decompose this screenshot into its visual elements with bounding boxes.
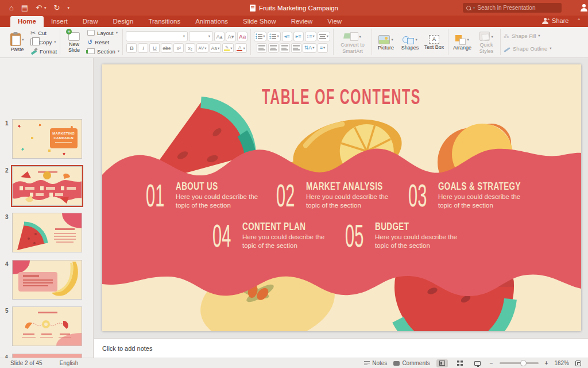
slide-sorter-view-button[interactable]	[454, 359, 466, 367]
slide-thumbnail-6[interactable]	[12, 354, 82, 358]
toc-desc: Here you could describe the topic of the…	[306, 193, 393, 210]
toc-number: 02	[276, 181, 289, 214]
collapse-ribbon-icon[interactable]: ⌃	[577, 18, 581, 24]
share-button[interactable]: + Share	[542, 17, 568, 24]
picture-button[interactable]: ▾ Picture	[375, 33, 397, 51]
layout-button[interactable]: Layout▾	[87, 29, 119, 37]
tab-insert[interactable]: Insert	[44, 16, 75, 27]
line-spacing-button[interactable]: ↕≡▾	[305, 32, 316, 41]
normal-view-icon	[439, 361, 445, 366]
shrink-font-button[interactable]: A▾	[226, 32, 236, 41]
quick-styles-icon	[479, 32, 490, 41]
convert-smartart-button[interactable]: ▾ Convert to SmartArt	[336, 30, 369, 54]
normal-view-button[interactable]	[436, 359, 448, 367]
font-size-combo[interactable]: ▾	[189, 31, 213, 41]
slide-title-textbox[interactable]: TABLE OF CONTENTS	[102, 87, 581, 107]
tab-animations[interactable]: Animations	[188, 16, 235, 27]
slide-counter: Slide 2 of 45	[10, 360, 42, 366]
justify-button[interactable]	[291, 43, 301, 53]
share-person-icon: +	[542, 18, 550, 24]
toc-item-2[interactable]: 02 MARKET ANALYSIS Here you could descri…	[276, 181, 397, 210]
tab-transitions[interactable]: Transitions	[141, 16, 188, 27]
clear-formatting-button[interactable]: Aa	[237, 32, 247, 41]
shapes-button[interactable]: ▾ Shapes	[399, 33, 421, 51]
tab-design[interactable]: Design	[106, 16, 141, 27]
slide-thumbnail-4[interactable]	[12, 260, 82, 300]
subscript-button[interactable]: x₂	[185, 43, 195, 53]
slide-thumbnail-5[interactable]	[12, 306, 82, 346]
decrease-indent-button[interactable]: ◂≡	[282, 32, 292, 41]
comments-toggle-button[interactable]: Comments	[393, 360, 430, 366]
toc-title: CONTENT PLAN	[242, 221, 305, 232]
fit-to-window-icon[interactable]	[575, 361, 581, 366]
character-spacing-button[interactable]: AV▾	[196, 43, 208, 53]
align-text-icon: ≡	[320, 45, 323, 51]
section-button[interactable]: Section▾	[87, 47, 119, 55]
grow-font-button[interactable]: A▴	[214, 32, 225, 41]
copy-dropdown-icon[interactable]: ▾	[54, 40, 56, 44]
convert-smartart-label: Convert to SmartArt	[338, 42, 368, 54]
zoom-in-button[interactable]: +	[545, 360, 548, 366]
align-center-button[interactable]	[268, 43, 278, 53]
zoom-level[interactable]: 162%	[554, 360, 569, 366]
italic-button[interactable]: I	[138, 43, 148, 53]
text-box-button[interactable]: A Text Box	[423, 33, 445, 51]
align-left-button[interactable]	[257, 43, 267, 53]
align-text-button[interactable]: ≡▾	[318, 43, 328, 53]
toc-item-1[interactable]: 01 ABOUT US Here you could describe the …	[146, 181, 263, 210]
shape-outline-button[interactable]: Shape Outline▾	[504, 44, 551, 52]
slide-thumbnail-2-selected[interactable]	[12, 166, 82, 206]
copy-button[interactable]: Copy▾	[30, 38, 57, 46]
zoom-slider-knob[interactable]	[520, 360, 527, 366]
mini-watermelon-art	[13, 213, 53, 252]
zoom-slider[interactable]	[500, 362, 539, 364]
quick-styles-button[interactable]: ▾ Quick Styles	[475, 30, 497, 54]
increase-indent-button[interactable]: ▸≡	[293, 32, 304, 41]
language-indicator[interactable]: English	[60, 360, 79, 366]
toc-item-3[interactable]: 03 GOALS & STRATEGY Here you could descr…	[408, 181, 536, 210]
toc-title: ABOUT US	[176, 181, 218, 192]
search-dropdown-icon[interactable]: ▾	[473, 6, 475, 10]
current-slide[interactable]: TABLE OF CONTENTS 01 ABOUT US Here you c…	[102, 64, 581, 331]
tab-home[interactable]: Home	[10, 16, 44, 27]
bullets-button[interactable]: ▾	[254, 32, 266, 41]
toc-item-5[interactable]: 05 BUDGET Here you could describe the to…	[345, 221, 462, 250]
paste-button[interactable]: ▾ Paste	[6, 32, 28, 53]
superscript-button[interactable]: x²	[173, 43, 184, 53]
slide-thumbnail-3[interactable]	[12, 213, 82, 252]
new-slide-button[interactable]: New Slide	[63, 30, 85, 53]
tab-slide-show[interactable]: Slide Show	[235, 16, 284, 27]
text-direction-button[interactable]: ⇅A▾	[303, 43, 316, 53]
shape-fill-button[interactable]: 🝆Shape Fill▾	[504, 32, 551, 40]
underline-button[interactable]: U	[149, 43, 160, 53]
arrange-button[interactable]: ▾ Arrange	[451, 33, 473, 51]
search-input[interactable]	[477, 5, 558, 11]
tab-review[interactable]: Review	[284, 16, 320, 27]
thumb-number-1: 1	[5, 120, 9, 126]
tab-view[interactable]: View	[320, 16, 349, 27]
font-name-combo[interactable]: ▾	[126, 31, 188, 41]
highlight-button[interactable]: ✎▾	[222, 43, 234, 53]
strikethrough-button[interactable]: abc	[161, 43, 172, 53]
notes-pane[interactable]: Click to add notes	[94, 338, 588, 358]
paste-dropdown-icon[interactable]: ▾	[22, 37, 24, 41]
bold-button[interactable]: B	[126, 43, 137, 53]
format-painter-button[interactable]: Format	[30, 47, 57, 55]
align-right-button[interactable]	[280, 43, 290, 53]
zoom-out-button[interactable]: −	[490, 360, 493, 366]
mini-timeline-art	[13, 307, 82, 346]
slide-thumbnail-1[interactable]: MARKETING CAMPAIGN	[12, 119, 82, 159]
arrange-icon	[455, 35, 466, 44]
columns-button[interactable]: ▾	[318, 32, 330, 41]
slideshow-view-button[interactable]	[472, 359, 483, 367]
numbering-button[interactable]: ▾	[268, 32, 280, 41]
change-case-button[interactable]: Aa▾	[210, 43, 222, 53]
reset-button[interactable]: ↺Reset	[87, 38, 119, 46]
font-color-button[interactable]: A▾	[235, 43, 246, 53]
search-box[interactable]: ▾	[463, 3, 562, 13]
notes-toggle-button[interactable]: Notes	[364, 360, 387, 366]
slideshow-icon	[474, 361, 481, 366]
toc-item-4[interactable]: 04 CONTENT PLAN Here you could describe …	[212, 221, 330, 250]
tab-draw[interactable]: Draw	[75, 16, 106, 27]
cut-button[interactable]: ✂Cut	[30, 29, 57, 37]
